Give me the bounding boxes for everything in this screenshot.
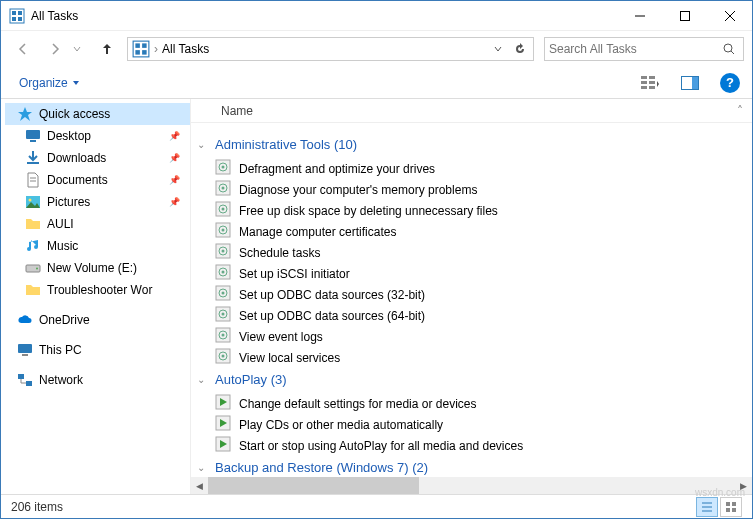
view-controls: ? <box>634 71 740 95</box>
downloads-icon <box>25 150 41 166</box>
minimize-button[interactable] <box>617 1 662 30</box>
group-title: AutoPlay (3) <box>215 372 287 387</box>
address-text: All Tasks <box>162 42 487 56</box>
items-list[interactable]: ⌄Administrative Tools (10)Defragment and… <box>191 123 752 477</box>
item-label: Play CDs or other media automatically <box>239 418 443 432</box>
close-button[interactable] <box>707 1 752 30</box>
scroll-track[interactable] <box>208 477 735 494</box>
scroll-left-button[interactable]: ◀ <box>191 477 208 494</box>
list-item[interactable]: Defragment and optimize your drives <box>197 158 746 179</box>
organize-button[interactable]: Organize <box>13 72 86 94</box>
column-name[interactable]: Name <box>221 104 728 118</box>
list-item[interactable]: Play CDs or other media automatically <box>197 414 746 435</box>
svg-rect-3 <box>12 17 16 21</box>
up-button[interactable] <box>95 37 119 61</box>
svg-rect-32 <box>18 344 32 353</box>
svg-rect-25 <box>30 140 36 142</box>
list-item[interactable]: Diagnose your computer's memory problems <box>197 179 746 200</box>
list-item[interactable]: Set up ODBC data sources (32-bit) <box>197 284 746 305</box>
sort-indicator-icon: ˄ <box>728 104 752 118</box>
history-dropdown[interactable] <box>73 42 87 56</box>
sidebar-item-label: New Volume (E:) <box>47 261 137 275</box>
list-item[interactable]: View local services <box>197 347 746 368</box>
sidebar-item-label: Desktop <box>47 129 91 143</box>
sidebar-network[interactable]: Network <box>5 369 190 391</box>
list-item[interactable]: Manage computer certificates <box>197 221 746 242</box>
app-icon <box>9 8 25 24</box>
preview-pane-button[interactable] <box>674 71 706 95</box>
item-icon <box>215 348 231 367</box>
svg-point-53 <box>222 271 225 274</box>
sidebar-item-desktop[interactable]: Desktop 📌 <box>5 125 190 147</box>
item-label: Manage computer certificates <box>239 225 396 239</box>
sidebar-this-pc[interactable]: This PC <box>5 339 190 361</box>
refresh-button[interactable] <box>509 39 531 59</box>
svg-point-38 <box>222 166 225 169</box>
music-icon <box>25 238 41 254</box>
sidebar-quick-access[interactable]: Quick access <box>5 103 190 125</box>
horizontal-scrollbar[interactable]: ◀ ▶ <box>191 477 752 494</box>
chevron-down-icon: ⌄ <box>197 374 209 385</box>
list-item[interactable]: Start or stop using AutoPlay for all med… <box>197 435 746 456</box>
search-box[interactable] <box>544 37 744 61</box>
sidebar-item-documents[interactable]: Documents 📌 <box>5 169 190 191</box>
item-label: View local services <box>239 351 340 365</box>
item-icon <box>215 306 231 325</box>
address-chevron-icon: › <box>154 42 158 56</box>
item-icon <box>215 394 231 413</box>
list-item[interactable]: Schedule tasks <box>197 242 746 263</box>
search-input[interactable] <box>549 42 719 56</box>
group-header[interactable]: ⌄Backup and Restore (Windows 7) (2) <box>197 460 746 475</box>
svg-rect-20 <box>649 81 655 84</box>
view-layout-button[interactable] <box>634 71 666 95</box>
sidebar-onedrive[interactable]: OneDrive <box>5 309 190 331</box>
item-label: Set up ODBC data sources (32-bit) <box>239 288 425 302</box>
svg-rect-17 <box>641 81 647 84</box>
sidebar-item-music[interactable]: Music <box>5 235 190 257</box>
svg-rect-21 <box>649 86 655 89</box>
list-item[interactable]: Change default settings for media or dev… <box>197 393 746 414</box>
scroll-right-button[interactable]: ▶ <box>735 477 752 494</box>
forward-button[interactable] <box>41 35 69 63</box>
sidebar-item-downloads[interactable]: Downloads 📌 <box>5 147 190 169</box>
list-item[interactable]: Free up disk space by deleting unnecessa… <box>197 200 746 221</box>
group-header[interactable]: ⌄AutoPlay (3) <box>197 372 746 387</box>
desktop-icon <box>25 128 41 144</box>
item-icon <box>215 201 231 220</box>
content-pane: Name ˄ ⌄Administrative Tools (10)Defragm… <box>191 99 752 494</box>
sidebar-item-troubleshooter[interactable]: Troubleshooter Wor <box>5 279 190 301</box>
maximize-button[interactable] <box>662 1 707 30</box>
item-icon <box>215 415 231 434</box>
address-bar[interactable]: › All Tasks <box>127 37 534 61</box>
list-item[interactable]: View event logs <box>197 326 746 347</box>
svg-rect-12 <box>135 50 140 55</box>
status-bar: 206 items <box>1 494 752 518</box>
list-item[interactable]: Set up iSCSI initiator <box>197 263 746 284</box>
onedrive-icon <box>17 312 33 328</box>
search-icon[interactable] <box>719 43 739 55</box>
scroll-thumb[interactable] <box>208 477 419 494</box>
folder-icon <box>25 282 41 298</box>
column-header[interactable]: Name ˄ <box>191 99 752 123</box>
svg-rect-75 <box>732 508 736 512</box>
svg-rect-10 <box>135 43 140 48</box>
navigation-pane[interactable]: Quick access Desktop 📌 Downloads 📌 Docum… <box>1 99 191 494</box>
thumbnail-view-button[interactable] <box>720 497 742 517</box>
svg-point-47 <box>222 229 225 232</box>
sidebar-item-label: This PC <box>39 343 82 357</box>
help-button[interactable]: ? <box>720 73 740 93</box>
organize-label: Organize <box>19 76 68 90</box>
address-dropdown[interactable] <box>487 39 509 59</box>
group-header[interactable]: ⌄Administrative Tools (10) <box>197 137 746 152</box>
details-view-button[interactable] <box>696 497 718 517</box>
sidebar-item-new-volume[interactable]: New Volume (E:) <box>5 257 190 279</box>
star-icon <box>17 106 33 122</box>
list-item[interactable]: Set up ODBC data sources (64-bit) <box>197 305 746 326</box>
back-button[interactable] <box>9 35 37 63</box>
svg-rect-34 <box>18 374 24 379</box>
sidebar-item-auli[interactable]: AULI <box>5 213 190 235</box>
sidebar-item-pictures[interactable]: Pictures 📌 <box>5 191 190 213</box>
svg-point-31 <box>36 268 38 270</box>
svg-rect-23 <box>692 77 698 89</box>
sidebar-item-label: Downloads <box>47 151 106 165</box>
